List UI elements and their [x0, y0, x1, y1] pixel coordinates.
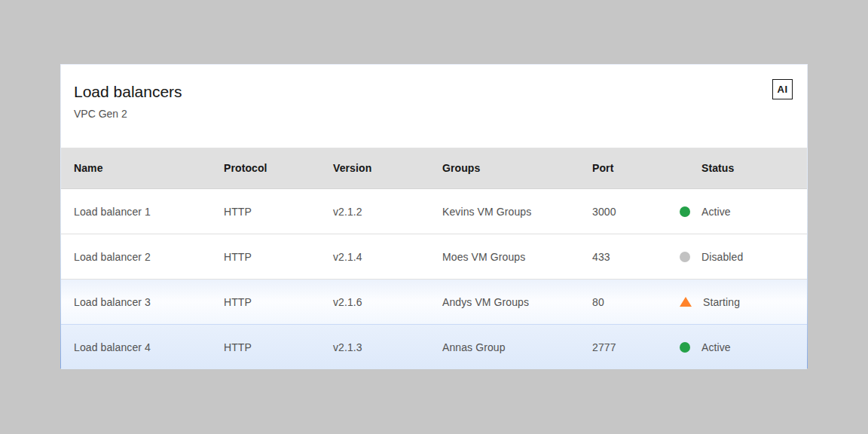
cell-port: 2777	[579, 325, 667, 370]
column-header-port: Port	[579, 148, 667, 189]
status-label: Active	[701, 206, 731, 218]
status-dot-icon	[680, 252, 690, 262]
table-row[interactable]: Load balancer 4 HTTP v2.1.3 Annas Group …	[61, 325, 807, 370]
column-header-protocol: Protocol	[211, 148, 320, 189]
status-label: Starting	[703, 296, 740, 308]
column-header-groups: Groups	[429, 148, 579, 189]
cell-name: Load balancer 2	[61, 234, 211, 280]
cell-protocol: HTTP	[211, 189, 320, 234]
status-badge: Active	[680, 341, 807, 353]
ai-label-button[interactable]: AI	[772, 79, 793, 99]
cell-groups: Kevins VM Groups	[429, 189, 579, 234]
cell-status: Starting	[667, 280, 807, 325]
status-badge: Active	[680, 206, 807, 218]
cell-port: 3000	[579, 189, 667, 234]
table-header-row: Name Protocol Version Groups Port Status	[61, 148, 807, 189]
load-balancers-table: Name Protocol Version Groups Port Status…	[61, 148, 807, 369]
table-body: Load balancer 1 HTTP v2.1.2 Kevins VM Gr…	[61, 189, 807, 370]
column-header-version: Version	[320, 148, 429, 189]
cell-groups: Annas Group	[429, 325, 579, 370]
cell-version: v2.1.6	[320, 280, 429, 325]
cell-status: Active	[667, 325, 807, 370]
status-dot-icon	[680, 342, 690, 353]
cell-groups: Andys VM Groups	[429, 280, 579, 325]
status-label: Disabled	[701, 251, 743, 263]
status-dot-icon	[680, 206, 690, 217]
cell-groups: Moes VM Groups	[429, 234, 579, 280]
status-badge: Starting	[680, 296, 807, 308]
cell-version: v2.1.3	[320, 325, 429, 370]
cell-status: Disabled	[667, 234, 807, 280]
cell-name: Load balancer 4	[61, 325, 211, 370]
cell-name: Load balancer 1	[61, 189, 211, 234]
cell-protocol: HTTP	[211, 280, 320, 325]
cell-protocol: HTTP	[211, 234, 320, 280]
cell-version: v2.1.4	[320, 234, 429, 280]
cell-version: v2.1.2	[320, 189, 429, 234]
load-balancers-card: Load balancers VPC Gen 2 AI Name Protoco…	[60, 64, 808, 368]
page-title: Load balancers	[74, 82, 793, 102]
table-row[interactable]: Load balancer 2 HTTP v2.1.4 Moes VM Grou…	[61, 234, 807, 280]
cell-name: Load balancer 3	[61, 280, 211, 325]
column-header-name: Name	[61, 148, 211, 189]
card-header: Load balancers VPC Gen 2 AI	[61, 65, 807, 148]
cell-protocol: HTTP	[211, 325, 320, 370]
card-surface: Load balancers VPC Gen 2 AI Name Protoco…	[61, 65, 807, 367]
column-header-status: Status	[667, 148, 807, 189]
status-label: Active	[701, 341, 731, 353]
cell-status: Active	[667, 189, 807, 234]
cell-port: 433	[579, 234, 667, 280]
table-row[interactable]: Load balancer 1 HTTP v2.1.2 Kevins VM Gr…	[61, 189, 807, 234]
page-subtitle: VPC Gen 2	[74, 107, 793, 121]
cell-port: 80	[579, 280, 667, 325]
table-row[interactable]: Load balancer 3 HTTP v2.1.6 Andys VM Gro…	[61, 280, 807, 325]
status-badge: Disabled	[680, 251, 807, 263]
table-header: Name Protocol Version Groups Port Status	[61, 148, 807, 189]
warning-triangle-icon	[680, 297, 692, 307]
